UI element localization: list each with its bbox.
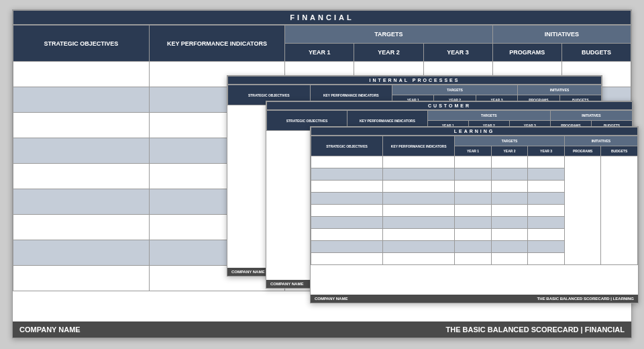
card-title: CUSTOMER (266, 101, 633, 110)
col-strategic: STRATEGIC OBJECTIVES (13, 26, 150, 62)
col-year3: YEAR 3 (528, 146, 565, 156)
col-year1: YEAR 1 (455, 146, 492, 156)
col-targets: TARGETS (285, 26, 492, 44)
card-footer: COMPANY NAME THE BASIC BALANCED SCORECAR… (311, 295, 638, 303)
col-year2: YEAR 2 (491, 146, 528, 156)
col-programs: PROGRAMS (492, 44, 561, 62)
col-year2: YEAR 2 (354, 44, 423, 62)
col-programs: PROGRAMS (564, 146, 601, 156)
col-initiatives: INITIATIVES (492, 26, 631, 44)
col-targets: TARGETS (392, 85, 518, 95)
table-row (311, 156, 638, 168)
col-targets: TARGETS (455, 136, 565, 146)
col-initiatives: INITIATIVES (564, 136, 637, 146)
col-budgets: BUDGETS (561, 44, 631, 62)
footer-company: COMPANY NAME (311, 295, 474, 303)
col-year1: YEAR 1 (285, 44, 354, 62)
footer-title: THE BASIC BALANCED SCORECARD | FINANCIAL (322, 321, 631, 338)
footer-title: THE BASIC BALANCED SCORECARD | LEARNING (474, 295, 638, 303)
scorecard-table: STRATEGIC OBJECTIVES KEY PERFORMANCE IND… (311, 136, 638, 265)
col-strategic: STRATEGIC OBJECTIVES (311, 136, 383, 156)
col-budgets: BUDGETS (601, 146, 638, 156)
card-footer: COMPANY NAME THE BASIC BALANCED SCORECAR… (13, 321, 631, 338)
footer-company: COMPANY NAME (13, 321, 322, 338)
col-kpi: KEY PERFORMANCE INDICATORS (149, 26, 285, 62)
col-year3: YEAR 3 (423, 44, 492, 62)
card-learning: LEARNING STRATEGIC OBJECTIVES KEY PERFOR… (310, 126, 639, 303)
card-title: LEARNING (311, 127, 638, 136)
card-title: INTERNAL PROCESSES (227, 76, 602, 85)
col-initiatives: INITIATIVES (518, 85, 602, 95)
col-kpi: KEY PERFORMANCE INDICATORS (383, 136, 455, 156)
card-title: FINANCIAL (13, 10, 631, 25)
